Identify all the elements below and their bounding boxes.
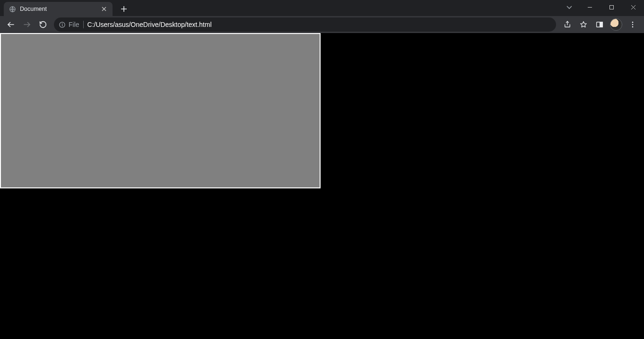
forward-button[interactable] (20, 17, 34, 32)
site-info-button[interactable]: File (59, 21, 79, 28)
tab-close-button[interactable] (100, 5, 108, 13)
back-button[interactable] (4, 17, 18, 32)
new-tab-button[interactable] (117, 2, 131, 16)
address-bar[interactable]: File C:/Users/asus/OneDrive/Desktop/text… (54, 17, 556, 32)
toolbar-right-actions (560, 17, 640, 32)
svg-rect-1 (609, 5, 613, 9)
tab-search-button[interactable] (562, 0, 577, 14)
window-maximize-button[interactable] (600, 0, 622, 14)
menu-button[interactable] (625, 17, 640, 32)
window-close-button[interactable] (622, 0, 644, 14)
svg-rect-5 (600, 22, 603, 27)
window-minimize-button[interactable] (579, 0, 600, 14)
svg-point-6 (632, 22, 634, 23)
reload-button[interactable] (36, 17, 50, 32)
url-path: C:/Users/asus/OneDrive/Desktop/text.html (87, 21, 212, 28)
browser-tab[interactable]: Document (4, 2, 113, 16)
svg-point-8 (632, 26, 634, 28)
url-scheme: File (69, 21, 79, 28)
window-controls (562, 0, 644, 14)
page-viewport (0, 33, 644, 339)
titlebar: Document (0, 0, 644, 16)
side-panel-button[interactable] (592, 17, 607, 32)
globe-icon (9, 5, 16, 13)
bookmark-star-button[interactable] (576, 17, 591, 32)
share-button[interactable] (560, 17, 575, 32)
toolbar: File C:/Users/asus/OneDrive/Desktop/text… (0, 16, 644, 33)
url-text: C:/Users/asus/OneDrive/Desktop/text.html (87, 21, 212, 28)
gray-box (0, 33, 321, 188)
svg-point-7 (632, 24, 634, 25)
profile-avatar[interactable] (610, 18, 622, 31)
tab-title: Document (20, 6, 96, 12)
divider (83, 21, 84, 28)
